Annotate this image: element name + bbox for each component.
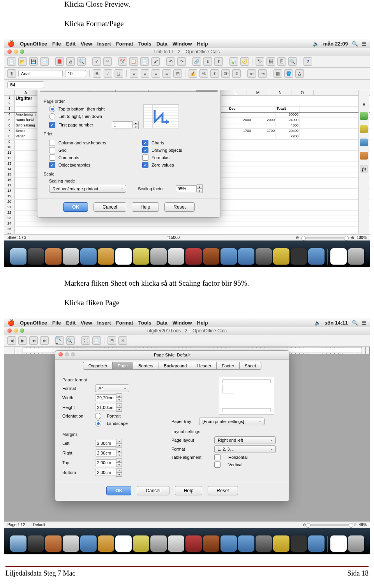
dock-photobooth-icon[interactable] bbox=[185, 535, 202, 552]
menu-help[interactable]: Help bbox=[197, 320, 208, 326]
check-objects[interactable] bbox=[49, 162, 55, 168]
paste-icon[interactable]: 📄 bbox=[140, 57, 149, 66]
check-drawing[interactable] bbox=[142, 147, 148, 153]
dock-dashboard-icon[interactable] bbox=[28, 248, 44, 265]
spotlight-icon[interactable]: 🔍 bbox=[352, 320, 358, 326]
find-icon[interactable]: 🔭 bbox=[256, 57, 264, 66]
menu-view[interactable]: View bbox=[81, 41, 92, 47]
margin-right-spinner[interactable] bbox=[95, 449, 116, 456]
mail-icon[interactable]: ✉️ bbox=[40, 57, 49, 66]
dock-app-icon[interactable] bbox=[45, 535, 62, 552]
prev-page-icon[interactable]: ◀ bbox=[7, 336, 16, 345]
page-layout-combo[interactable]: Right and left bbox=[214, 436, 276, 444]
help-icon[interactable]: ? bbox=[303, 57, 312, 66]
volume-icon[interactable]: 🔈 bbox=[313, 41, 319, 47]
close-preview-icon[interactable]: ✕ bbox=[118, 336, 127, 345]
sort-asc-icon[interactable]: ⬇ bbox=[203, 57, 212, 66]
first-page-icon[interactable]: ⏮ bbox=[29, 336, 38, 345]
last-page-icon[interactable]: ⏭ bbox=[40, 336, 49, 345]
col-header[interactable]: M bbox=[247, 90, 269, 95]
menu-file[interactable]: File bbox=[52, 41, 61, 47]
tab-background[interactable]: Background bbox=[115, 90, 149, 92]
cancel-button[interactable]: Cancel bbox=[94, 202, 126, 212]
reset-button[interactable]: Reset bbox=[164, 202, 194, 212]
dock-finder-icon[interactable] bbox=[10, 248, 26, 265]
tab-header[interactable]: Header bbox=[148, 90, 173, 92]
autospell-icon[interactable]: ᴬᴮ bbox=[103, 57, 112, 66]
col-header[interactable]: A bbox=[15, 90, 37, 95]
tab-borders[interactable]: Borders bbox=[133, 362, 159, 370]
check-horizontal[interactable] bbox=[214, 454, 221, 460]
sort-desc-icon[interactable]: ⬆ bbox=[214, 57, 223, 66]
close-icon[interactable] bbox=[7, 328, 12, 333]
tab-organizer[interactable]: Organizer bbox=[83, 362, 112, 370]
inc-indent-icon[interactable]: ⇥ bbox=[258, 69, 267, 78]
check-formulas[interactable] bbox=[142, 154, 148, 161]
tab-page[interactable]: Page bbox=[69, 90, 90, 92]
sidebar-gallery-icon[interactable] bbox=[360, 139, 368, 146]
dock-itunes-icon[interactable] bbox=[221, 248, 237, 265]
dock-contacts-icon[interactable] bbox=[98, 535, 114, 552]
dock-openoffice-icon[interactable] bbox=[308, 535, 325, 552]
copy-icon[interactable]: 📋 bbox=[129, 57, 138, 66]
spreadsheet-area[interactable]: A L M N O 1Utgifter 2 3DecTotalt 4Amorte… bbox=[4, 90, 370, 234]
radio-left-to-right[interactable] bbox=[49, 113, 55, 119]
dock-dashboard-icon[interactable] bbox=[28, 535, 44, 552]
col-header[interactable]: N bbox=[269, 90, 291, 95]
reset-button[interactable]: Reset bbox=[208, 486, 238, 495]
navigator-icon[interactable]: 🧭 bbox=[240, 57, 249, 66]
ok-button[interactable]: OK bbox=[63, 202, 88, 212]
check-zero[interactable] bbox=[142, 162, 148, 168]
dock-itunes-icon[interactable] bbox=[221, 535, 237, 552]
spotlight-icon[interactable]: 🔍 bbox=[352, 41, 358, 47]
fontcolor-icon[interactable]: A bbox=[295, 69, 304, 78]
dock-terminal-icon[interactable] bbox=[291, 535, 307, 552]
styles-icon[interactable]: ¶ bbox=[7, 69, 16, 78]
dock-appstore-icon[interactable] bbox=[238, 535, 254, 552]
undo-icon[interactable]: ↶ bbox=[166, 57, 175, 66]
help-button[interactable]: Help bbox=[132, 202, 159, 212]
dock-calendar-icon[interactable] bbox=[115, 535, 132, 552]
next-page-icon[interactable]: ▶ bbox=[18, 336, 27, 345]
scaling-factor-spinner[interactable] bbox=[176, 185, 197, 192]
dock-mail-icon[interactable] bbox=[168, 535, 184, 552]
menu-app[interactable]: OpenOffice bbox=[20, 320, 47, 326]
tab-background[interactable]: Background bbox=[159, 362, 192, 370]
margin-top-spinner[interactable] bbox=[95, 459, 116, 466]
dock-finder-icon[interactable] bbox=[10, 535, 26, 552]
menu-tools[interactable]: Tools bbox=[138, 320, 152, 326]
zoom-slider[interactable] bbox=[303, 237, 346, 239]
margin-bottom-spinner[interactable] bbox=[95, 469, 116, 476]
close-icon[interactable] bbox=[58, 352, 63, 356]
cut-icon[interactable]: ✂️ bbox=[118, 57, 127, 66]
dock-trash-icon[interactable] bbox=[348, 535, 364, 552]
menu-insert[interactable]: Insert bbox=[97, 320, 111, 326]
align-left-icon[interactable]: ≡ bbox=[130, 69, 138, 78]
menu-format[interactable]: Format bbox=[116, 320, 133, 326]
zoom-in-icon[interactable]: 🔍+ bbox=[55, 336, 64, 345]
tab-sheet[interactable]: Sheet bbox=[196, 90, 218, 92]
menu-view[interactable]: View bbox=[81, 320, 92, 326]
apple-icon[interactable]: 🍎 bbox=[7, 319, 15, 326]
dock-downloads-icon[interactable] bbox=[330, 248, 347, 265]
pdf-icon[interactable]: 📕 bbox=[55, 57, 64, 66]
dock-safari-icon[interactable] bbox=[80, 535, 97, 552]
underline-icon[interactable]: U bbox=[115, 69, 123, 78]
datasources-icon[interactable]: 🗄 bbox=[277, 57, 286, 66]
minimize-icon[interactable] bbox=[14, 328, 18, 333]
dock-safari-icon[interactable] bbox=[80, 248, 97, 265]
volume-icon[interactable]: 🔈 bbox=[314, 320, 321, 326]
dec-indent-icon[interactable]: ⇤ bbox=[247, 69, 256, 78]
open-icon[interactable]: 📂 bbox=[18, 57, 27, 66]
menu-edit[interactable]: Edit bbox=[66, 320, 76, 326]
check-comments[interactable] bbox=[49, 154, 55, 161]
tab-header[interactable]: Header bbox=[192, 362, 216, 370]
menu-tools[interactable]: Tools bbox=[138, 41, 152, 47]
italic-icon[interactable]: I bbox=[104, 69, 112, 78]
dock-app-icon[interactable] bbox=[273, 535, 289, 552]
close-icon[interactable] bbox=[7, 49, 12, 54]
tab-page[interactable]: Page bbox=[112, 362, 133, 370]
menu-insert[interactable]: Insert bbox=[97, 41, 111, 47]
col-header[interactable]: L bbox=[225, 90, 247, 95]
menu-extra-icon[interactable]: ☰ bbox=[362, 320, 367, 326]
